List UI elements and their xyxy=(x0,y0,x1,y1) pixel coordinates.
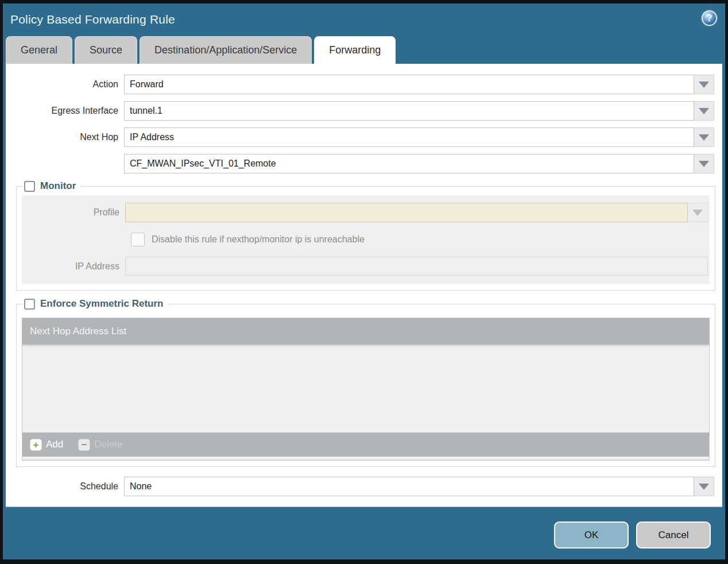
plus-icon: + xyxy=(30,439,42,451)
next-hop-row: Next Hop IP Address xyxy=(6,128,714,147)
forwarding-tab-content: Action Forward Egress Interface tunnel.1… xyxy=(6,64,722,507)
minus-icon: − xyxy=(78,439,90,451)
action-value[interactable]: Forward xyxy=(124,75,694,94)
next-hop-address-list-header: Next Hop Address List xyxy=(22,318,709,345)
disable-rule-label: Disable this rule if nexthop/monitor ip … xyxy=(152,234,365,245)
schedule-dropdown-button[interactable] xyxy=(694,477,714,496)
egress-interface-row: Egress Interface tunnel.1 xyxy=(6,101,714,121)
add-button[interactable]: + Add xyxy=(30,439,63,451)
add-button-label: Add xyxy=(46,439,63,450)
monitor-checkbox[interactable] xyxy=(24,181,35,192)
next-hop-address-dropdown[interactable]: CF_MWAN_IPsec_VTI_01_Remote xyxy=(124,154,714,173)
enforce-symmetric-return-title: Enforce Symmetric Return xyxy=(40,298,163,310)
enforce-symmetric-return-legend: Enforce Symmetric Return xyxy=(23,298,168,310)
monitor-section: Monitor Profile Disable this rule if nex… xyxy=(16,180,715,291)
next-hop-type-dropdown[interactable]: IP Address xyxy=(124,128,714,147)
delete-button-label: Delete xyxy=(94,439,122,450)
action-dropdown[interactable]: Forward xyxy=(124,75,714,94)
next-hop-type-value[interactable]: IP Address xyxy=(124,128,694,147)
profile-value xyxy=(125,203,688,222)
disable-rule-row: Disable this rule if nexthop/monitor ip … xyxy=(131,233,710,246)
egress-interface-value[interactable]: tunnel.1 xyxy=(124,101,694,121)
egress-interface-label: Egress Interface xyxy=(6,106,124,116)
tab-bar: General Source Destination/Application/S… xyxy=(3,36,725,64)
chevron-down-icon xyxy=(699,161,709,167)
action-label: Action xyxy=(6,79,124,90)
next-hop-address-dropdown-button[interactable] xyxy=(694,154,714,173)
profile-dropdown-button xyxy=(688,203,708,222)
dialog-title: Policy Based Forwarding Rule xyxy=(10,13,175,26)
enforce-symmetric-return-checkbox[interactable] xyxy=(24,299,35,310)
monitor-ip-address-label: IP Address xyxy=(22,261,125,272)
cancel-button[interactable]: Cancel xyxy=(636,521,711,548)
delete-button[interactable]: − Delete xyxy=(78,439,122,451)
schedule-dropdown[interactable]: None xyxy=(124,477,714,496)
monitor-ip-address-input xyxy=(125,257,708,276)
chevron-down-icon xyxy=(699,108,709,114)
next-hop-address-list-body[interactable] xyxy=(22,345,709,432)
next-hop-address-value[interactable]: CF_MWAN_IPsec_VTI_01_Remote xyxy=(124,154,694,173)
dialog-footer: OK Cancel xyxy=(3,507,725,559)
monitor-legend: Monitor xyxy=(23,180,80,192)
monitor-title: Monitor xyxy=(40,180,76,192)
next-hop-address-list-toolbar: + Add − Delete xyxy=(22,432,709,457)
monitor-ip-address-row: IP Address xyxy=(22,257,708,276)
schedule-value[interactable]: None xyxy=(124,477,694,496)
schedule-row: Schedule None xyxy=(6,477,714,496)
egress-interface-dropdown[interactable]: tunnel.1 xyxy=(124,101,714,121)
ok-button[interactable]: OK xyxy=(554,521,629,548)
action-dropdown-button[interactable] xyxy=(694,75,714,94)
tab-source[interactable]: Source xyxy=(75,36,137,64)
profile-label: Profile xyxy=(22,207,125,218)
egress-interface-dropdown-button[interactable] xyxy=(694,101,714,121)
next-hop-address-row: CF_MWAN_IPsec_VTI_01_Remote xyxy=(6,154,714,173)
chevron-down-icon xyxy=(699,82,709,88)
chevron-down-icon xyxy=(699,484,709,490)
profile-row: Profile xyxy=(22,203,708,222)
next-hop-type-dropdown-button[interactable] xyxy=(694,128,714,147)
profile-dropdown xyxy=(125,203,708,222)
dialog-titlebar: Policy Based Forwarding Rule ? xyxy=(3,3,725,36)
chevron-down-icon xyxy=(692,210,703,216)
policy-based-forwarding-dialog: Policy Based Forwarding Rule ? General S… xyxy=(0,0,728,564)
enforce-symmetric-return-section: Enforce Symmetric Return Next Hop Addres… xyxy=(16,298,715,467)
chevron-down-icon xyxy=(699,134,709,141)
monitor-panel: Profile Disable this rule if nexthop/mon… xyxy=(22,195,710,284)
tab-forwarding[interactable]: Forwarding xyxy=(314,36,396,64)
action-row: Action Forward xyxy=(6,75,714,94)
schedule-label: Schedule xyxy=(6,481,124,492)
next-hop-address-list-table: Next Hop Address List + Add − Delete xyxy=(22,318,710,461)
tab-general[interactable]: General xyxy=(6,36,72,64)
tab-destination-application-service[interactable]: Destination/Application/Service xyxy=(140,36,312,64)
help-icon[interactable]: ? xyxy=(702,10,717,26)
disable-rule-checkbox xyxy=(131,233,145,246)
next-hop-label: Next Hop xyxy=(6,132,124,142)
table-bottom-strip xyxy=(22,457,709,460)
